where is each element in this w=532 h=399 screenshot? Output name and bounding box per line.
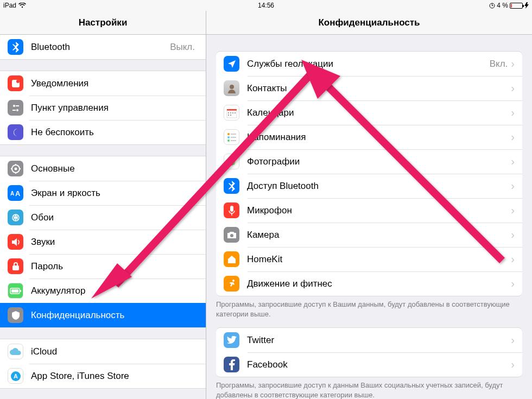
privacy-item-reminders[interactable]: Напоминания ›	[216, 125, 522, 149]
row-label: Доступ Bluetooth	[247, 181, 511, 192]
svg-point-3	[13, 105, 15, 107]
chevron-right-icon: ›	[511, 277, 515, 290]
row-label: Twitter	[247, 335, 511, 346]
chevron-right-icon: ›	[511, 180, 515, 192]
privacy-item-homekit[interactable]: HomeKit ›	[216, 247, 522, 271]
bt-sharing-icon	[224, 178, 239, 194]
privacy-item-location[interactable]: Службы геолокации Вкл. ›	[216, 52, 522, 76]
sidebar-item-passcode[interactable]: Пароль	[0, 254, 206, 278]
privacy-item-camera[interactable]: Камера ›	[216, 223, 522, 247]
row-label: Конфиденциальность	[31, 310, 198, 321]
privacy-item-photos[interactable]: Фотографии ›	[216, 149, 522, 174]
twitter-icon	[224, 332, 239, 348]
privacy-item-microphone[interactable]: Микрофон ›	[216, 198, 522, 223]
row-label: Контакты	[247, 83, 511, 94]
svg-rect-32	[228, 115, 229, 116]
sounds-icon	[8, 234, 23, 250]
row-label: Уведомления	[31, 78, 198, 89]
svg-rect-39	[231, 140, 236, 141]
chevron-right-icon: ›	[511, 229, 515, 241]
sidebar-item-appstore[interactable]: A App Store, iTunes Store	[0, 364, 206, 388]
contacts-icon	[224, 80, 239, 96]
row-label: Bluetooth	[31, 42, 170, 53]
row-label: Пароль	[31, 261, 198, 272]
sidebar-item-wallpaper[interactable]: Обои	[0, 205, 206, 230]
svg-point-36	[227, 136, 230, 138]
svg-rect-29	[230, 112, 231, 113]
group-footer-text: Программы, запросившие доступ к данным В…	[206, 377, 532, 399]
battery-percent: 4 %	[497, 2, 508, 9]
privacy-item-bt-sharing[interactable]: Доступ Bluetooth ›	[216, 174, 522, 198]
motion-icon	[224, 276, 239, 292]
sidebar-item-display[interactable]: AA Экран и яркость	[0, 181, 206, 205]
chevron-right-icon: ›	[511, 253, 515, 265]
svg-point-25	[230, 85, 234, 89]
status-time: 14:56	[258, 2, 274, 9]
row-label: Микрофон	[247, 205, 511, 216]
svg-rect-44	[230, 206, 233, 212]
sidebar-item-privacy[interactable]: Конфиденциальность	[0, 303, 206, 327]
sidebar-item-battery[interactable]: Аккумулятор	[0, 278, 206, 303]
sidebar-item-general[interactable]: Основные	[0, 156, 206, 181]
privacy-item-twitter[interactable]: Twitter ›	[216, 328, 522, 352]
row-label: Аккумулятор	[31, 286, 198, 296]
svg-point-2	[16, 80, 20, 83]
chevron-right-icon: ›	[511, 204, 515, 217]
row-label: iCloud	[31, 346, 198, 357]
svg-point-34	[227, 133, 230, 135]
svg-rect-27	[227, 111, 237, 118]
svg-rect-33	[230, 115, 231, 116]
calendars-icon	[224, 105, 239, 121]
sidebar-item-dnd[interactable]: Не беспокоить	[0, 120, 206, 144]
svg-point-46	[230, 234, 233, 237]
sidebar-item-control-center[interactable]: Пункт управления	[0, 96, 206, 120]
svg-point-47	[232, 280, 235, 282]
svg-text:A: A	[10, 191, 14, 197]
chevron-right-icon: ›	[511, 106, 515, 119]
chevron-right-icon: ›	[511, 82, 515, 94]
privacy-item-motion[interactable]: Движение и фитнес ›	[216, 271, 522, 296]
sidebar-item-bluetooth[interactable]: Bluetooth Выкл.	[0, 35, 206, 59]
svg-text:A: A	[14, 373, 18, 379]
chevron-right-icon: ›	[511, 334, 515, 346]
svg-rect-4	[16, 105, 19, 106]
row-value: Вкл.	[490, 59, 508, 69]
facebook-icon	[224, 357, 239, 372]
row-label: Службы геолокации	[247, 59, 490, 69]
svg-point-38	[227, 140, 230, 142]
svg-rect-30	[232, 112, 233, 113]
svg-point-8	[14, 167, 17, 170]
battery-icon	[510, 3, 523, 9]
privacy-item-contacts[interactable]: Контакты ›	[216, 76, 522, 100]
svg-rect-35	[231, 134, 236, 135]
general-icon	[8, 161, 23, 176]
photos-icon	[224, 154, 239, 169]
sidebar-item-notifications[interactable]: Уведомления	[0, 71, 206, 96]
privacy-icon	[8, 307, 23, 323]
dnd-icon	[8, 124, 23, 140]
privacy-item-calendars[interactable]: Календари ›	[216, 100, 522, 125]
detail-title: Конфиденциальность	[206, 11, 532, 35]
sidebar-item-sounds[interactable]: Звуки	[0, 230, 206, 254]
row-label: Напоминания	[247, 132, 511, 143]
privacy-item-facebook[interactable]: Facebook ›	[216, 352, 522, 377]
icloud-icon	[8, 344, 23, 359]
display-icon: AA	[8, 185, 23, 201]
svg-rect-28	[228, 112, 229, 113]
row-label: Звуки	[31, 237, 198, 248]
group-footer-text: Программы, запросившие доступ к Вашим да…	[206, 296, 532, 327]
row-label: Календари	[247, 107, 511, 118]
settings-sidebar: Настройки Bluetooth Выкл. Уведомления	[0, 11, 206, 399]
svg-rect-21	[11, 289, 18, 293]
wifi-icon	[18, 3, 26, 8]
sidebar-item-icloud[interactable]: iCloud	[0, 339, 206, 364]
bluetooth-icon	[8, 39, 23, 55]
row-label: Facebook	[247, 359, 511, 370]
reminders-icon	[224, 129, 239, 145]
row-label: Движение и фитнес	[247, 278, 511, 289]
chevron-right-icon: ›	[511, 155, 515, 168]
row-label: Обои	[31, 212, 198, 223]
svg-rect-37	[231, 137, 236, 138]
svg-rect-6	[12, 110, 16, 111]
row-label: Экран и яркость	[31, 188, 198, 199]
